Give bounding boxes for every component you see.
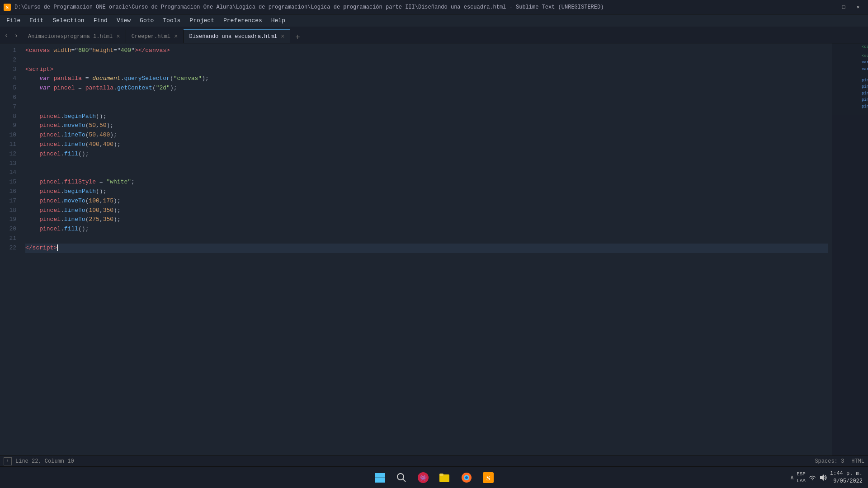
code-line-16: pincel.beginPath(); — [25, 187, 828, 197]
code-line-11: pincel.lineTo(400,400); — [25, 140, 828, 150]
menu-tools[interactable]: Tools — [158, 15, 185, 26]
tab-animaciones[interactable]: Animacionesprograma 1.html × — [23, 29, 126, 43]
ln-16: 16 — [0, 187, 22, 197]
menu-goto[interactable]: Goto — [135, 15, 158, 26]
ln-1: 1 — [0, 46, 22, 56]
tab-nav-next[interactable]: › — [12, 31, 21, 40]
tab-creeper[interactable]: Creeper.html × — [126, 29, 184, 43]
ln-14: 14 — [0, 168, 22, 178]
status-bar: i Line 22, Column 10 Spaces: 3 HTML — [0, 455, 868, 466]
svg-text:S: S — [486, 474, 490, 482]
svg-rect-3 — [380, 473, 385, 478]
taskbar-search[interactable] — [392, 469, 410, 487]
code-line-13 — [25, 159, 828, 169]
clock-time: 1:44 p. m. — [830, 470, 863, 478]
title-bar: S D:\Curso de Programacion ONE oracle\Cu… — [0, 0, 868, 14]
tab-close-animaciones[interactable]: × — [116, 33, 120, 40]
code-line-9: pincel.moveTo(50,50); — [25, 121, 828, 131]
system-clock: 1:44 p. m. 9/05/2022 — [830, 470, 863, 485]
code-line-10: pincel.lineTo(50,400); — [25, 131, 828, 140]
maximize-button[interactable]: □ — [837, 2, 850, 12]
ln-20: 20 — [0, 225, 22, 234]
code-line-17: pincel.moveTo(100,175); — [25, 197, 828, 206]
svg-line-7 — [403, 479, 406, 482]
menu-edit[interactable]: Edit — [25, 15, 48, 26]
code-line-22: </script> — [25, 244, 828, 253]
ln-10: 10 — [0, 131, 22, 140]
ln-7: 7 — [0, 103, 22, 112]
tab-close-escuadra[interactable]: × — [281, 33, 284, 40]
ln-22: 22 — [0, 244, 22, 253]
ln-18: 18 — [0, 206, 22, 216]
ln-11: 11 — [0, 140, 22, 150]
taskbar-start[interactable] — [371, 469, 389, 487]
wifi-icon — [808, 474, 816, 481]
tab-close-creeper[interactable]: × — [174, 33, 178, 40]
code-line-15: pincel.fillStyle = "white"; — [25, 178, 828, 187]
status-right: Spaces: 3 HTML — [815, 458, 864, 465]
ln-3: 3 — [0, 65, 22, 75]
window-controls: ─ □ ✕ — [823, 2, 864, 12]
taskbar-firefox[interactable] — [458, 469, 476, 487]
menu-view[interactable]: View — [112, 15, 135, 26]
taskbar-files[interactable] — [436, 469, 454, 487]
svg-rect-11 — [439, 474, 443, 476]
code-line-7 — [25, 103, 828, 112]
menu-find[interactable]: Find — [89, 15, 112, 26]
menu-preferences[interactable]: Preferences — [219, 15, 267, 26]
svg-point-6 — [397, 474, 404, 480]
ln-2: 2 — [0, 56, 22, 65]
tab-add-button[interactable]: + — [292, 32, 303, 43]
code-line-1: <canvas width="600"height="400"></canvas… — [25, 46, 828, 56]
code-line-21 — [25, 234, 828, 244]
svg-rect-5 — [380, 478, 385, 483]
status-icon: i — [4, 457, 12, 465]
ln-4: 4 — [0, 74, 22, 84]
svg-marker-17 — [820, 474, 824, 481]
taskbar: 👾 S ∧ ESPLAA — [0, 466, 868, 488]
ln-17: 17 — [0, 197, 22, 206]
code-line-18: pincel.lineTo(100,350); — [25, 206, 828, 216]
minimap: <canvas width="600"height="400"></canvas… — [832, 43, 868, 455]
menu-selection[interactable]: Selection — [48, 15, 89, 26]
minimap-content: <canvas width="600"height="400"></canvas… — [862, 43, 868, 110]
menu-bar: File Edit Selection Find View Goto Tools… — [0, 14, 868, 27]
close-button[interactable]: ✕ — [852, 2, 864, 12]
tab-escuadra[interactable]: Diseñando una escuadra.html × — [184, 29, 290, 43]
cursor-position: Line 22, Column 10 — [15, 458, 74, 465]
menu-project[interactable]: Project — [185, 15, 219, 26]
taskbar-apps: 👾 S — [371, 469, 497, 487]
sys-tray-expand[interactable]: ∧ — [790, 474, 794, 481]
sys-tray: ∧ ESPLAA 1:44 p. m. 9/05/2022 — [790, 470, 863, 485]
status-left: i Line 22, Column 10 — [4, 457, 74, 465]
spaces-info[interactable]: Spaces: 3 — [815, 458, 844, 465]
tab-label-animaciones: Animacionesprograma 1.html — [28, 33, 113, 40]
app-icon: S — [4, 4, 11, 11]
svg-rect-4 — [375, 478, 380, 483]
ln-12: 12 — [0, 150, 22, 159]
taskbar-sublime[interactable]: S — [479, 469, 497, 487]
code-line-19: pincel.lineTo(275,350); — [25, 215, 828, 225]
ln-6: 6 — [0, 93, 22, 103]
language-info[interactable]: HTML — [851, 458, 864, 465]
code-line-5: var pincel = pantalla.getContext("2d"); — [25, 84, 828, 93]
minimize-button[interactable]: ─ — [823, 2, 835, 12]
ln-19: 19 — [0, 215, 22, 225]
tab-nav-prev[interactable]: ‹ — [2, 31, 11, 40]
code-line-8: pincel.beginPath(); — [25, 112, 828, 122]
svg-rect-2 — [375, 473, 380, 478]
svg-point-14 — [465, 476, 468, 479]
clock-date: 9/05/2022 — [830, 478, 863, 485]
ln-15: 15 — [0, 178, 22, 187]
code-line-12: pincel.fill(); — [25, 150, 828, 159]
code-line-20: pincel.fill(); — [25, 225, 828, 234]
ln-9: 9 — [0, 121, 22, 131]
taskbar-game[interactable]: 👾 — [414, 469, 432, 487]
ln-13: 13 — [0, 159, 22, 169]
code-editor[interactable]: <canvas width="600"height="400"></canvas… — [22, 43, 832, 455]
code-line-3: <script> — [25, 65, 828, 75]
menu-file[interactable]: File — [2, 15, 25, 26]
editor-area: 1 2 3 4 5 6 7 8 9 10 11 12 13 14 15 16 1… — [0, 43, 868, 455]
menu-help[interactable]: Help — [267, 15, 290, 26]
code-line-4: var pantalla = document.querySelector("c… — [25, 74, 828, 84]
